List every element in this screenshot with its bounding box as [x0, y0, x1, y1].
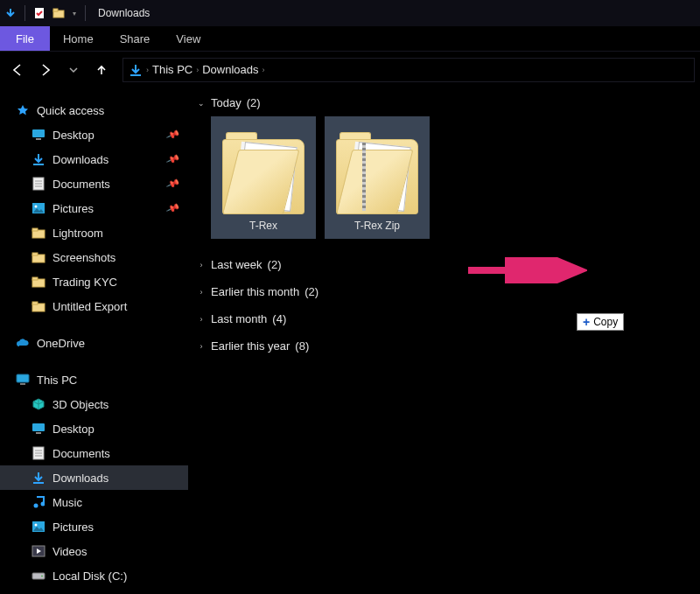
group-count: (8) [295, 339, 309, 353]
address-bar[interactable]: › This PC› Downloads› [122, 58, 695, 82]
tree-label: 3D Objects [52, 398, 108, 411]
onedrive-node[interactable]: OneDrive [0, 331, 188, 355]
content-pane[interactable]: ⌄Today(2)T-RexT-Rex Zip›Last week(2)›Ear… [188, 87, 700, 594]
tree-onedrive: OneDrive [0, 331, 188, 355]
svg-rect-29 [33, 482, 44, 484]
downloads-icon [129, 63, 143, 77]
svg-rect-4 [32, 129, 45, 137]
sidebar-item-downloads[interactable]: Downloads📌 [0, 147, 188, 171]
tree-quick-access: Quick access Desktop📌Downloads📌Documents… [0, 98, 188, 318]
back-button[interactable] [5, 58, 30, 82]
drag-tooltip: + Copy [577, 313, 624, 331]
ribbon-tab-view[interactable]: View [163, 26, 214, 51]
group-earlier-this-month: ›Earlier this month(2) [188, 276, 700, 304]
ribbon-tab-home[interactable]: Home [50, 26, 107, 51]
sidebar-item-downloads[interactable]: Downloads [0, 465, 188, 490]
sidebar-item-desktop[interactable]: Desktop [0, 416, 188, 441]
sidebar-item-screenshots[interactable]: Screenshots [0, 245, 188, 269]
sidebar-item-local-disk-c-[interactable]: Local Disk (C:) [0, 563, 188, 588]
breadcrumb-thispc[interactable]: This PC› [152, 63, 199, 76]
ribbon-tab-file[interactable]: File [0, 26, 50, 51]
tree-label: Pictures [52, 521, 94, 534]
file-item-t-rex-zip[interactable]: T-Rex Zip [325, 116, 430, 239]
svg-rect-24 [36, 432, 41, 434]
breadcrumb-downloads[interactable]: Downloads› [202, 63, 264, 76]
pin-icon: 📌 [165, 151, 181, 166]
svg-rect-23 [32, 423, 45, 431]
group-header[interactable]: ›Earlier this month(2) [188, 282, 700, 302]
sidebar-item-3d-objects[interactable]: 3D Objects [0, 392, 188, 416]
sidebar-item-untitled-export[interactable]: Untitled Export [0, 294, 188, 318]
pictures-icon [32, 520, 46, 534]
pc-icon [16, 373, 30, 387]
sidebar-item-videos[interactable]: Videos [0, 539, 188, 563]
tree-label: Screenshots [52, 251, 116, 264]
pictures-icon [32, 201, 46, 215]
group-label: Earlier this month [211, 285, 299, 298]
forward-button[interactable] [33, 58, 58, 82]
svg-rect-6 [33, 164, 44, 165]
svg-rect-16 [32, 253, 38, 255]
app-arrow-icon [4, 6, 18, 20]
up-button[interactable] [89, 58, 114, 82]
folder-icon [222, 139, 304, 214]
pin-icon: 📌 [165, 200, 181, 215]
file-item-t-rex[interactable]: T-Rex [211, 116, 316, 239]
tree-label: Music [52, 496, 82, 509]
navigation-pane[interactable]: Quick access Desktop📌Downloads📌Documents… [0, 87, 188, 594]
navigation-bar: › This PC› Downloads› [0, 51, 700, 87]
star-icon [16, 103, 30, 117]
sidebar-item-desktop[interactable]: Desktop📌 [0, 122, 188, 147]
tree-label: Videos [52, 545, 88, 558]
qat-newfolder-icon[interactable] [52, 6, 66, 20]
svg-rect-5 [36, 138, 41, 140]
svg-point-33 [35, 524, 38, 527]
ribbon-tab-share[interactable]: Share [107, 26, 164, 51]
sidebar-item-lightroom[interactable]: Lightroom [0, 220, 188, 245]
svg-rect-21 [17, 374, 29, 382]
folder-icon [32, 275, 46, 289]
recent-locations-button[interactable] [61, 58, 86, 82]
tree-label: Lightroom [52, 227, 103, 240]
chevron-right-icon: › [197, 342, 206, 351]
tree-label: Untitled Export [52, 300, 127, 313]
group-items: T-RexT-Rex Zip [188, 113, 700, 248]
chevron-right-icon: › [197, 261, 206, 269]
sidebar-item-music[interactable]: Music [0, 490, 188, 514]
sidebar-item-pictures[interactable]: Pictures [0, 514, 188, 539]
sidebar-item-pictures[interactable]: Pictures📌 [0, 196, 188, 220]
group-header[interactable]: ⌄Today(2) [188, 93, 700, 113]
qat-dropdown-icon[interactable]: ▾ [73, 10, 76, 17]
chevron-right-icon: › [197, 315, 206, 324]
tree-label: Quick access [37, 104, 104, 117]
folder-icon [32, 250, 46, 264]
tree-label: Downloads [52, 153, 108, 166]
tree-label: Documents [52, 447, 110, 460]
sidebar-item-trading-kyc[interactable]: Trading KYC [0, 269, 188, 294]
desktop-icon [32, 422, 46, 436]
quick-access-node[interactable]: Quick access [0, 98, 188, 122]
tree-label: Local Disk (C:) [52, 570, 127, 583]
thispc-node[interactable]: This PC [0, 367, 188, 392]
documents-icon [32, 446, 46, 460]
breadcrumb-chevron[interactable]: › [146, 66, 149, 74]
qat-properties-icon[interactable] [32, 6, 46, 20]
plus-icon: + [583, 317, 590, 327]
group-header[interactable]: ›Last week(2) [188, 255, 700, 275]
separator [24, 5, 25, 21]
ribbon: File Home Share View [0, 26, 700, 51]
main-area: Quick access Desktop📌Downloads📌Documents… [0, 87, 700, 594]
group-label: Last week [211, 258, 262, 271]
tree-label: Downloads [52, 472, 108, 485]
svg-point-31 [41, 502, 46, 507]
sidebar-item-documents[interactable]: Documents📌 [0, 171, 188, 196]
downloads-icon [32, 471, 46, 485]
desktop-icon [32, 128, 46, 142]
group-last-week: ›Last week(2) [188, 249, 700, 276]
chevron-right-icon: › [197, 288, 206, 297]
separator [85, 5, 86, 21]
group-count: (2) [247, 96, 261, 109]
group-header[interactable]: ›Earlier this year(8) [188, 336, 700, 356]
svg-point-30 [34, 504, 38, 508]
sidebar-item-documents[interactable]: Documents [0, 441, 188, 465]
